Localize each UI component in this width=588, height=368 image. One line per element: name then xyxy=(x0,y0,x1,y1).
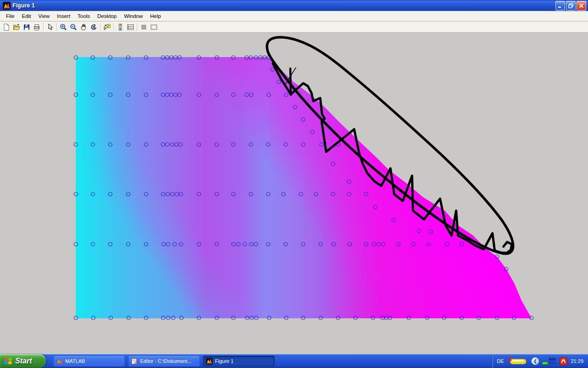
windows-flag-icon xyxy=(3,356,13,366)
taskbar-button-label: Figure 1 xyxy=(215,358,233,364)
legend-icon xyxy=(127,23,134,31)
figure-canvas[interactable] xyxy=(0,33,588,354)
umbrella-glyph xyxy=(560,358,566,364)
figure-icon xyxy=(206,358,213,365)
surface-region-shading xyxy=(76,57,531,318)
print-button[interactable] xyxy=(32,22,42,32)
zoom-out-icon xyxy=(70,23,77,31)
hide-plot-tools-icon xyxy=(140,23,147,31)
menu-view[interactable]: View xyxy=(34,12,53,20)
taskbar-button-editor[interactable]: Editor - C:\Dokument... xyxy=(128,356,200,367)
window-titlebar: Figure 1 xyxy=(0,0,588,11)
matlab-figure-icon xyxy=(3,2,11,10)
rotate-3d-icon xyxy=(90,23,97,31)
cpu-unit: MHz xyxy=(549,361,556,365)
system-tray: DE ❮ 800 MHz 2 xyxy=(492,354,588,368)
zoom-in-button[interactable] xyxy=(58,22,68,32)
taskbar-button-label: MATLAB xyxy=(65,358,85,364)
window-title: Figure 1 xyxy=(12,2,555,9)
editor-icon xyxy=(131,358,138,365)
menu-edit[interactable]: Edit xyxy=(18,12,35,20)
printer-icon xyxy=(33,23,40,31)
minimize-icon xyxy=(558,3,563,8)
clock[interactable]: 21:29 xyxy=(571,358,583,364)
menu-window[interactable]: Window xyxy=(120,12,147,20)
data-cursor-button[interactable] xyxy=(102,22,112,32)
cpu-frequency-indicator[interactable]: 800 MHz xyxy=(542,357,556,365)
menu-bar: File Edit View Insert Tools Desktop Wind… xyxy=(0,11,588,21)
taskbar-button-label: Editor - C:\Dokument... xyxy=(140,358,192,364)
toolbar-separator xyxy=(43,23,44,31)
matlab-icon xyxy=(56,358,63,365)
data-cursor-icon xyxy=(103,23,111,31)
minimize-button[interactable] xyxy=(555,1,565,11)
taskbar-button-figure1[interactable]: Figure 1 xyxy=(203,356,275,367)
desktop-screen: Figure 1 File Edit View Insert Tools Des… xyxy=(0,0,588,368)
hide-plot-tools-button[interactable] xyxy=(139,22,149,32)
open-folder-icon xyxy=(13,23,20,31)
toolbar-separator xyxy=(57,23,57,31)
hidden-icons-chevron[interactable]: ❮ xyxy=(531,357,539,365)
insert-legend-button[interactable] xyxy=(125,22,136,32)
insert-colorbar-button[interactable] xyxy=(115,22,125,32)
menu-insert[interactable]: Insert xyxy=(53,12,74,20)
edit-plot-button[interactable] xyxy=(45,22,55,32)
menu-tools[interactable]: Tools xyxy=(74,12,94,20)
save-button[interactable] xyxy=(22,22,32,32)
new-document-icon xyxy=(3,23,10,31)
menu-file[interactable]: File xyxy=(2,12,18,20)
figure-plot xyxy=(0,33,588,354)
start-button[interactable]: Start xyxy=(0,354,46,368)
battery-icon[interactable] xyxy=(507,357,528,365)
menu-help[interactable]: Help xyxy=(147,12,165,20)
hand-icon xyxy=(80,23,87,31)
start-label: Start xyxy=(15,357,32,365)
floppy-disk-icon xyxy=(23,23,30,31)
toolbar-separator xyxy=(137,23,137,31)
annotation-tick-stem xyxy=(290,69,291,95)
zoom-in-icon xyxy=(60,23,67,31)
open-file-button[interactable] xyxy=(11,22,22,32)
language-indicator[interactable]: DE xyxy=(497,358,504,364)
rotate-3d-button[interactable] xyxy=(89,22,99,32)
cpu-led-icon xyxy=(542,362,548,365)
colorbar-icon xyxy=(117,23,124,31)
toolbar-separator xyxy=(100,23,101,31)
arrow-pointer-icon xyxy=(46,23,54,31)
restore-icon xyxy=(568,3,573,8)
menu-desktop[interactable]: Desktop xyxy=(94,12,120,20)
toolbar-separator xyxy=(113,23,114,31)
taskbar-button-matlab[interactable]: MATLAB xyxy=(53,356,125,367)
close-button[interactable] xyxy=(577,1,586,11)
show-plot-tools-icon xyxy=(150,23,158,31)
show-plot-tools-button[interactable] xyxy=(149,22,159,32)
antivirus-icon[interactable] xyxy=(560,357,567,365)
close-icon xyxy=(579,3,584,8)
taskbar: Start MATLAB Editor - C:\Dokument... xyxy=(0,354,588,368)
pan-button[interactable] xyxy=(79,22,89,32)
figure-toolbar xyxy=(0,22,588,33)
new-figure-button[interactable] xyxy=(1,22,11,32)
zoom-out-button[interactable] xyxy=(68,22,79,32)
restore-button[interactable] xyxy=(566,1,576,11)
